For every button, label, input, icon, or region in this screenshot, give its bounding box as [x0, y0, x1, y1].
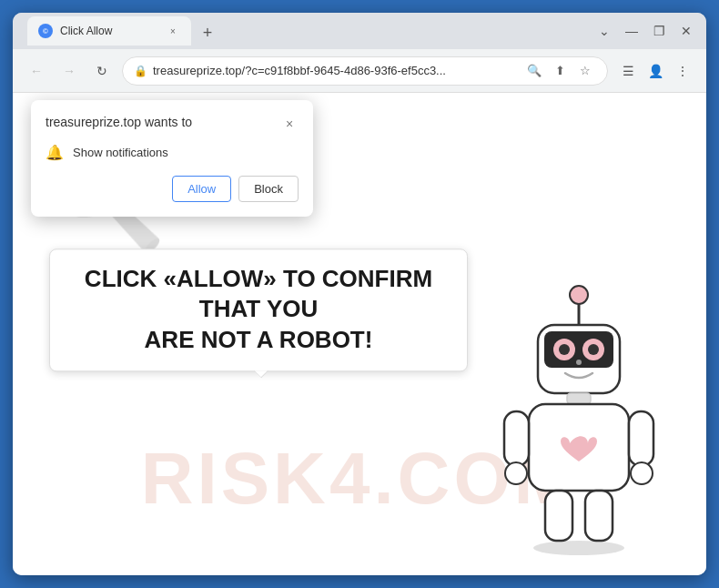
- popup-title: treasureprize.top wants to: [46, 115, 192, 129]
- svg-rect-9: [567, 393, 591, 404]
- main-text: CLICK «ALLOW» TO CONFIRM THAT YOU ARE NO…: [68, 264, 449, 356]
- reload-button[interactable]: ↻: [89, 58, 115, 84]
- minimize-button[interactable]: —: [619, 18, 644, 44]
- bell-icon: 🔔: [46, 144, 64, 161]
- forward-button[interactable]: →: [56, 58, 82, 84]
- maximize-button[interactable]: ❐: [646, 18, 672, 44]
- title-bar: © Click Allow × + ⌄ — ❐ ✕: [13, 13, 706, 49]
- svg-rect-11: [504, 411, 529, 466]
- url-text: treasureprize.top/?c=c91f8bbf-9645-4d86-…: [153, 64, 518, 77]
- share-icon[interactable]: ⬆: [549, 60, 571, 82]
- browser-window: © Click Allow × + ⌄ — ❐ ✕ ← → ↻ 🔒 treasu…: [13, 13, 706, 575]
- reader-mode-button[interactable]: ☰: [615, 58, 641, 84]
- robot-illustration: [488, 275, 670, 566]
- svg-point-8: [576, 360, 582, 365]
- svg-point-1: [570, 286, 588, 304]
- active-tab[interactable]: © Click Allow ×: [27, 16, 191, 46]
- svg-point-13: [505, 462, 527, 484]
- bookmark-icon[interactable]: ☆: [574, 60, 596, 82]
- svg-point-14: [631, 462, 653, 484]
- lock-icon: 🔒: [134, 65, 147, 77]
- page-content: 🔍 RISK4.COM treasureprize.top wants to ×…: [13, 93, 706, 575]
- menu-button[interactable]: ⋮: [670, 58, 695, 84]
- allow-button[interactable]: Allow: [172, 176, 231, 202]
- chevron-icon[interactable]: ⌄: [592, 18, 617, 44]
- block-button[interactable]: Block: [238, 176, 299, 202]
- main-message: CLICK «ALLOW» TO CONFIRM THAT YOU ARE NO…: [49, 248, 468, 371]
- url-actions: 🔍 ⬆ ☆: [523, 60, 596, 82]
- browser-actions: ☰ 👤 ⋮: [615, 58, 695, 84]
- notification-popup: treasureprize.top wants to × 🔔 Show noti…: [31, 100, 313, 217]
- tab-title: Click Allow: [60, 25, 158, 37]
- svg-point-6: [559, 344, 570, 355]
- tab-favicon: ©: [38, 24, 53, 38]
- tab-close-button[interactable]: ×: [166, 24, 180, 38]
- address-bar: ← → ↻ 🔒 treasureprize.top/?c=c91f8bbf-96…: [13, 49, 706, 93]
- svg-rect-12: [629, 411, 653, 466]
- profile-button[interactable]: 👤: [643, 58, 668, 84]
- svg-point-17: [533, 541, 624, 555]
- popup-header: treasureprize.top wants to ×: [46, 115, 299, 133]
- new-tab-button[interactable]: +: [195, 20, 220, 46]
- window-controls: ⌄ — ❐ ✕: [592, 18, 699, 44]
- search-icon[interactable]: 🔍: [523, 60, 545, 82]
- svg-rect-15: [545, 491, 572, 541]
- notification-label: Show notifications: [73, 146, 168, 159]
- url-bar[interactable]: 🔒 treasureprize.top/?c=c91f8bbf-9645-4d8…: [122, 56, 608, 86]
- svg-point-7: [588, 344, 599, 355]
- back-button[interactable]: ←: [24, 58, 49, 84]
- tab-bar: © Click Allow × +: [20, 16, 588, 46]
- svg-rect-16: [585, 491, 613, 541]
- popup-close-button[interactable]: ×: [280, 115, 299, 133]
- popup-actions: Allow Block: [46, 176, 299, 202]
- speech-bubble: CLICK «ALLOW» TO CONFIRM THAT YOU ARE NO…: [49, 248, 468, 371]
- popup-notification-row: 🔔 Show notifications: [46, 144, 299, 161]
- close-button[interactable]: ✕: [673, 18, 699, 44]
